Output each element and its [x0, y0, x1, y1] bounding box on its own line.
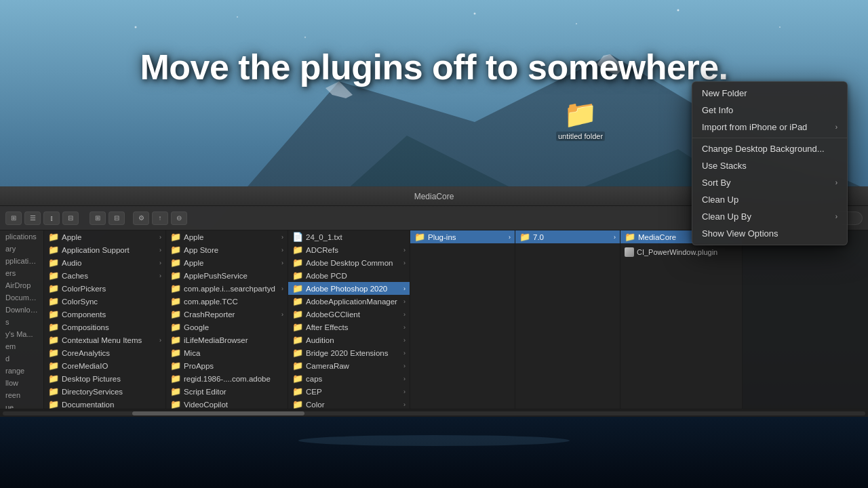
svg-point-6	[298, 435, 570, 446]
ctx-item-new-folder[interactable]: New Folder	[692, 85, 847, 102]
subtitle-text: Move the plugins off to somewhere.	[81, 46, 787, 88]
ctx-item-clean-up[interactable]: Clean Up	[692, 191, 847, 208]
list-item[interactable]: 📁caps›	[288, 372, 410, 385]
finder-column-mediacore: 📁 MediaCore › CI_PowerWindow.plugin	[620, 230, 743, 409]
finder-content: plications ary pplicatio... ers AirDrop …	[0, 230, 868, 409]
action-btn[interactable]: ⚙	[133, 211, 149, 225]
sidebar-item-em[interactable]: em	[0, 340, 43, 352]
list-item[interactable]: 📁iLifeMediaBrowser	[166, 333, 288, 346]
list-item[interactable]: 📁Compositions	[44, 321, 165, 333]
list-item[interactable]: 📁Adobe PCD	[288, 269, 410, 282]
list-item[interactable]: 📁Audition›	[288, 333, 410, 346]
sidebar-item-s[interactable]: s	[0, 316, 43, 328]
list-item[interactable]: 📁com.apple.TCC	[166, 295, 288, 308]
ctx-separator-1	[692, 138, 847, 138]
list-item[interactable]: 📁Documentation	[44, 398, 165, 409]
list-item[interactable]: 📁Bridge 2020 Extensions›	[288, 346, 410, 359]
scrollbar-thumb	[132, 411, 304, 415]
sidebar-item-range[interactable]: range	[0, 365, 43, 377]
list-item[interactable]: 📁ColorSync	[44, 295, 165, 308]
list-item[interactable]: 📁AdobeGCClient›	[288, 308, 410, 321]
list-item[interactable]: 📁Apple›	[166, 230, 288, 243]
sidebar-item-downloads[interactable]: Downloads	[0, 304, 43, 316]
tag-btn[interactable]: ⊖	[171, 211, 187, 225]
list-item[interactable]: 📁VideoCopilot	[166, 398, 288, 409]
view-mode-btn2[interactable]: ⊟	[108, 211, 125, 225]
list-item-plugins[interactable]: 📁 Plug-ins ›	[410, 230, 515, 243]
list-item[interactable]: 📁com.apple.i...searchpartyd›	[166, 282, 288, 295]
list-item[interactable]: 📁Google	[166, 321, 288, 333]
list-item[interactable]: 📁CoreAnalytics	[44, 346, 165, 359]
view-col-btn[interactable]: ⫿	[43, 211, 60, 225]
sidebar-item-llow[interactable]: llow	[0, 377, 43, 389]
svg-point-11	[576, 23, 577, 24]
sidebar-item-reen[interactable]: reen	[0, 389, 43, 401]
svg-point-10	[474, 13, 476, 15]
svg-point-13	[779, 26, 781, 28]
sidebar-item-ue[interactable]: ue	[0, 401, 43, 409]
desktop-folder-icon: 📁	[564, 98, 597, 130]
list-item[interactable]: 📁ApplePushService	[166, 269, 288, 282]
list-item[interactable]: 📁ADCRefs›	[288, 243, 410, 256]
list-item[interactable]: 📁Application Support›	[44, 243, 165, 256]
list-item[interactable]: 📁Mica	[166, 346, 288, 359]
svg-point-12	[677, 9, 679, 12]
list-item[interactable]: 📁DirectoryServices	[44, 385, 165, 398]
finder-column-2: 📁Apple› 📁App Store› 📁Apple› 📁ApplePushSe…	[166, 230, 288, 409]
list-item[interactable]: 📁ColorPickers	[44, 282, 165, 295]
ctx-item-import-iphone[interactable]: Import from iPhone or iPad ›	[692, 119, 847, 136]
list-item[interactable]: 📁Color›	[288, 398, 410, 409]
list-item[interactable]: 📁CameraRaw›	[288, 359, 410, 372]
list-item[interactable]: 📁Audio›	[44, 256, 165, 269]
list-item[interactable]: 📁Adobe Desktop Common›	[288, 256, 410, 269]
share-btn[interactable]: ↑	[152, 211, 168, 225]
list-item[interactable]: 📁CoreMediaIO	[44, 359, 165, 372]
sidebar-item-d[interactable]: d	[0, 352, 43, 365]
finder-scrollbar[interactable]	[0, 409, 868, 417]
list-item[interactable]: 📁Caches›	[44, 269, 165, 282]
list-item[interactable]: 📁regid.1986-....com.adobe	[166, 372, 288, 385]
finder-column-plugins: 📁 Plug-ins ›	[410, 230, 515, 409]
list-item-plugin-file[interactable]: CI_PowerWindow.plugin	[620, 246, 742, 258]
list-item[interactable]: 📁Desktop Pictures	[44, 372, 165, 385]
list-item[interactable]: 📁Script Editor	[166, 385, 288, 398]
list-item[interactable]: 📁CEP›	[288, 385, 410, 398]
sidebar-item-library[interactable]: ary	[0, 243, 43, 255]
view-icon-btn[interactable]: ⊞	[5, 211, 22, 225]
list-item[interactable]: 📁CrashReporter›	[166, 308, 288, 321]
list-item[interactable]: 📁Apple›	[166, 256, 288, 269]
sidebar-item-app2[interactable]: pplicatio...	[0, 255, 43, 267]
list-item[interactable]: 📁ProApps	[166, 359, 288, 372]
finder-columns: 📁Apple› 📁Application Support› 📁Audio› 📁C…	[44, 230, 868, 409]
ctx-item-get-info[interactable]: Get Info	[692, 102, 847, 119]
list-item[interactable]: 📁Contextual Menu Items›	[44, 333, 165, 346]
sidebar-item-applications[interactable]: plications	[0, 230, 43, 243]
finder-column-1: 📁Apple› 📁Application Support› 📁Audio› 📁C…	[44, 230, 166, 409]
list-item[interactable]: 📄24_0_1.txt	[288, 230, 410, 243]
list-item[interactable]: 📁Components	[44, 308, 165, 321]
ctx-item-sort-by[interactable]: Sort By ›	[692, 174, 847, 191]
desktop-folder[interactable]: 📁 untitled folder	[556, 98, 605, 141]
list-item[interactable]: 📁App Store›	[166, 243, 288, 256]
list-item[interactable]: 📁Apple›	[44, 230, 165, 243]
view-list-btn[interactable]: ☰	[24, 211, 41, 225]
svg-point-8	[237, 16, 238, 18]
ctx-item-change-bg[interactable]: Change Desktop Background...	[692, 140, 847, 157]
list-item-photoshop[interactable]: 📁Adobe Photoshop 2020›	[288, 282, 410, 295]
ctx-item-clean-up-by[interactable]: Clean Up By ›	[692, 208, 847, 225]
submenu-arrow-icon: ›	[835, 123, 837, 131]
context-menu: New Folder Get Info Import from iPhone o…	[692, 81, 848, 245]
sidebar-item-ers[interactable]: ers	[0, 267, 43, 279]
ctx-item-show-view-options[interactable]: Show View Options	[692, 225, 847, 242]
view-gallery-btn[interactable]: ⊟	[62, 211, 79, 225]
list-item-70[interactable]: 📁 7.0 ›	[515, 230, 620, 243]
list-item[interactable]: 📁After Effects›	[288, 321, 410, 333]
scrollbar-track	[3, 411, 865, 415]
list-item[interactable]: 📁AdobeApplicationManager›	[288, 295, 410, 308]
ctx-item-use-stacks[interactable]: Use Stacks	[692, 157, 847, 174]
sidebar-item-airdrop[interactable]: AirDrop	[0, 279, 43, 291]
view-mode-btn[interactable]: ⊞	[90, 211, 106, 225]
sidebar-item-ysma[interactable]: y's Ma...	[0, 328, 43, 340]
sidebar-item-documents[interactable]: Documents	[0, 291, 43, 304]
plugin-file-icon	[625, 247, 634, 257]
